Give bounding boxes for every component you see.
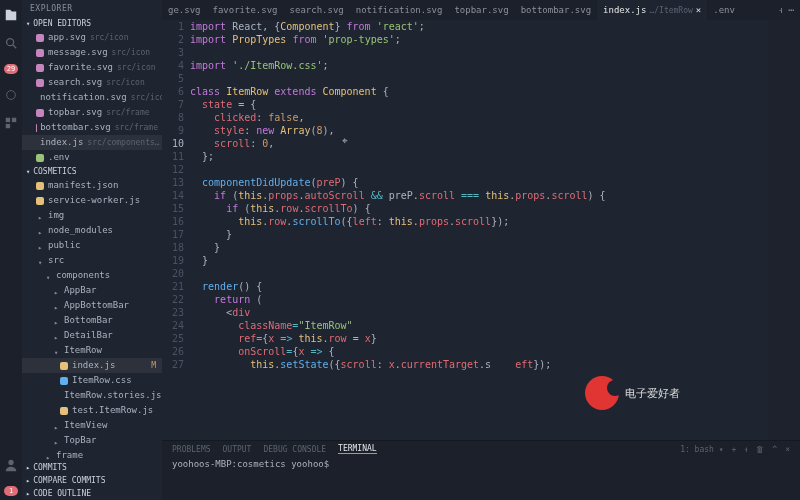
editor-tab[interactable]: index.js…/ItemRow×	[597, 0, 707, 20]
tree-item[interactable]: frame	[22, 448, 162, 461]
open-editor-item[interactable]: bottombar.svg src/frame	[22, 120, 162, 135]
tree-item[interactable]: public	[22, 238, 162, 253]
section-open-editors[interactable]: OPEN EDITORS	[22, 17, 162, 30]
editor-group: ge.svgfavorite.svgsearch.svgnotification…	[162, 0, 800, 500]
editor-tab[interactable]: favorite.svg	[207, 0, 284, 20]
open-editor-item[interactable]: message.svg src/icon	[22, 45, 162, 60]
section-commits[interactable]: COMMITS	[22, 461, 162, 474]
settings-badge[interactable]: 1	[4, 486, 18, 496]
account-icon[interactable]	[4, 458, 18, 472]
section-project[interactable]: COSMETICS	[22, 165, 162, 178]
svg-point-1	[7, 91, 16, 100]
svg-point-0	[7, 39, 14, 46]
cursor-icon: ⌖	[342, 135, 348, 147]
editor[interactable]: 1234567891011121314151617181920212223242…	[162, 20, 800, 440]
tree-item[interactable]: components	[22, 268, 162, 283]
open-editor-item[interactable]: index.js src/components…M	[22, 135, 162, 150]
terminal-body[interactable]: yoohoos-MBP:cosmetics yoohoo$	[162, 457, 800, 471]
editor-tab[interactable]: notification.svg	[350, 0, 449, 20]
svg-rect-3	[12, 118, 16, 122]
editor-tab[interactable]: .env	[707, 0, 741, 20]
close-icon[interactable]: ×	[696, 5, 701, 15]
tree-item[interactable]: BottomBar	[22, 313, 162, 328]
panel-tab[interactable]: OUTPUT	[223, 445, 252, 454]
more-icon[interactable]: ⋯	[789, 5, 794, 15]
code-area[interactable]: import React, {Component} from 'react';i…	[190, 20, 768, 440]
panel: PROBLEMSOUTPUTDEBUG CONSOLETERMINAL1: ba…	[162, 440, 800, 500]
panel-tabs: PROBLEMSOUTPUTDEBUG CONSOLETERMINAL1: ba…	[162, 441, 800, 457]
tree-item[interactable]: manifest.json	[22, 178, 162, 193]
minimap[interactable]	[768, 20, 800, 440]
svg-rect-2	[6, 118, 10, 122]
panel-tab[interactable]: TERMINAL	[338, 444, 377, 454]
open-editor-item[interactable]: .env	[22, 150, 162, 165]
tree-item[interactable]: test.ItemRow.js	[22, 403, 162, 418]
svg-rect-4	[6, 124, 10, 128]
ext-icon[interactable]	[4, 116, 18, 130]
search-icon[interactable]	[4, 36, 18, 50]
split-terminal-icon[interactable]: ⫞	[744, 445, 748, 454]
explorer-icon[interactable]	[4, 8, 18, 22]
open-editor-item[interactable]: favorite.svg src/icon	[22, 60, 162, 75]
open-editor-item[interactable]: search.svg src/icon	[22, 75, 162, 90]
tree-item[interactable]: src	[22, 253, 162, 268]
editor-tab[interactable]: topbar.svg	[448, 0, 514, 20]
tree-item[interactable]: ItemRow	[22, 343, 162, 358]
open-editor-item[interactable]: topbar.svg src/frame	[22, 105, 162, 120]
section-compare[interactable]: COMPARE COMMITS	[22, 474, 162, 487]
editor-tab[interactable]: ge.svg	[162, 0, 207, 20]
close-panel-icon[interactable]: ×	[785, 445, 790, 454]
add-terminal-icon[interactable]: +	[732, 445, 737, 454]
panel-tab[interactable]: PROBLEMS	[172, 445, 211, 454]
sidebar: EXPLORER OPEN EDITORS app.svg src/iconme…	[22, 0, 162, 500]
terminal-picker[interactable]: 1: bash ▾	[680, 445, 723, 454]
explorer-title: EXPLORER	[22, 0, 162, 17]
tree-item[interactable]: service-worker.js	[22, 193, 162, 208]
editor-tab[interactable]: search.svg	[284, 0, 350, 20]
split-icon[interactable]: ⫞	[778, 5, 783, 15]
section-outline[interactable]: CODE OUTLINE	[22, 487, 162, 500]
open-editor-item[interactable]: notification.svg src/icon	[22, 90, 162, 105]
tab-bar: ge.svgfavorite.svgsearch.svgnotification…	[162, 0, 800, 20]
svg-point-5	[8, 460, 13, 465]
tree-item[interactable]: img	[22, 208, 162, 223]
activity-bar: 29 1	[0, 0, 22, 500]
tree-item[interactable]: index.jsM	[22, 358, 162, 373]
gutter: 1234567891011121314151617181920212223242…	[162, 20, 190, 440]
maximize-icon[interactable]: ^	[772, 445, 777, 454]
trash-icon[interactable]: 🗑	[756, 445, 764, 454]
panel-tab[interactable]: DEBUG CONSOLE	[263, 445, 326, 454]
editor-tab[interactable]: bottombar.svg	[515, 0, 597, 20]
tree-item[interactable]: AppBottomBar	[22, 298, 162, 313]
tree-item[interactable]: ItemView	[22, 418, 162, 433]
scm-badge[interactable]: 29	[4, 64, 18, 74]
tree-item[interactable]: node_modules	[22, 223, 162, 238]
debug-icon[interactable]	[4, 88, 18, 102]
tree-item[interactable]: ItemRow.stories.js	[22, 388, 162, 403]
tree-item[interactable]: DetailBar	[22, 328, 162, 343]
tree-item[interactable]: ItemRow.css	[22, 373, 162, 388]
open-editor-item[interactable]: app.svg src/icon	[22, 30, 162, 45]
tree-item[interactable]: TopBar	[22, 433, 162, 448]
tree-item[interactable]: AppBar	[22, 283, 162, 298]
